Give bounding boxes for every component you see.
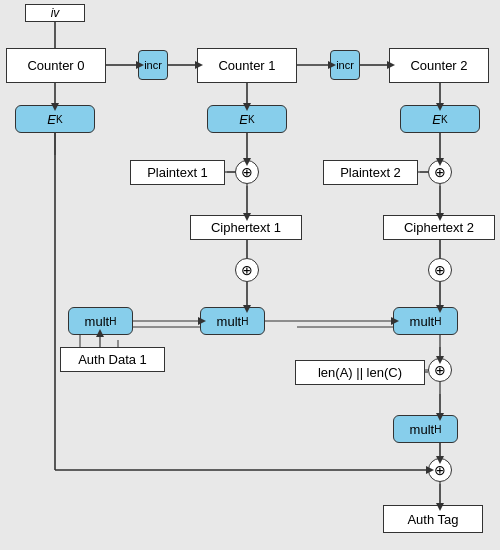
lenAlenC-box: len(A) || len(C)	[295, 360, 425, 385]
plaintext1-box: Plaintext 1	[130, 160, 225, 185]
incr2-box: incr	[330, 50, 360, 80]
authtag-box: Auth Tag	[383, 505, 483, 533]
ek1-box: E K	[15, 105, 95, 133]
xor1-circle: ⊕	[235, 160, 259, 184]
plaintext2-box: Plaintext 2	[323, 160, 418, 185]
gcm-diagram: iv Counter 0 incr Counter 1 incr Counter…	[0, 0, 500, 550]
xor2-circle: ⊕	[428, 160, 452, 184]
mult1-box: mult H	[68, 307, 133, 335]
mult3-box: mult H	[393, 307, 458, 335]
counter2-box: Counter 2	[389, 48, 489, 83]
counter0-box: Counter 0	[6, 48, 106, 83]
ek3-box: E K	[400, 105, 480, 133]
ek2-box: E K	[207, 105, 287, 133]
xor4-circle: ⊕	[428, 258, 452, 282]
xor3-circle: ⊕	[235, 258, 259, 282]
iv-box: iv	[25, 4, 85, 22]
ciphertext1-box: Ciphertext 1	[190, 215, 302, 240]
counter1-box: Counter 1	[197, 48, 297, 83]
mult4-box: mult H	[393, 415, 458, 443]
xor5-circle: ⊕	[428, 358, 452, 382]
ciphertext2-box: Ciphertext 2	[383, 215, 495, 240]
mult2-box: mult H	[200, 307, 265, 335]
xor6-circle: ⊕	[428, 458, 452, 482]
authdata1-box: Auth Data 1	[60, 347, 165, 372]
incr1-box: incr	[138, 50, 168, 80]
